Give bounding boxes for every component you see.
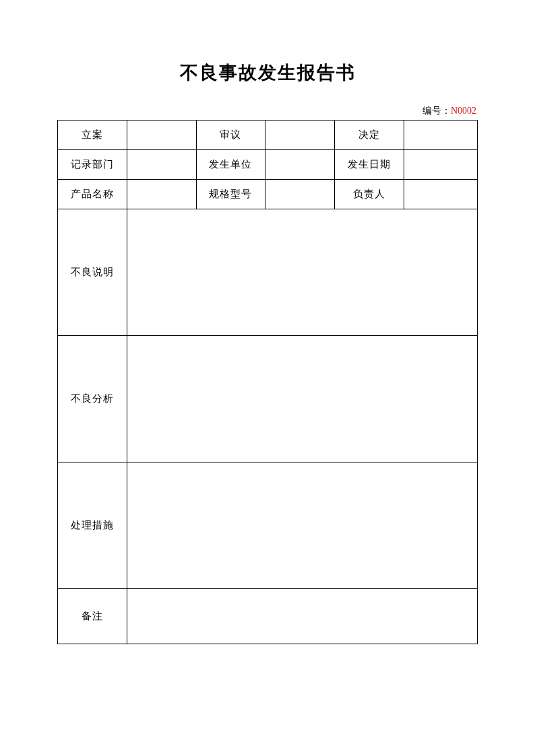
defect-desc-value[interactable]: [127, 209, 477, 336]
filing-value[interactable]: [127, 121, 196, 150]
occur-date-value[interactable]: [404, 150, 477, 180]
product-name-label: 产品名称: [58, 180, 127, 209]
measures-label: 处理措施: [58, 462, 127, 589]
report-form-table: 立案 审议 决定 记录部门 发生单位 发生日期 产品名称 规格型号 负责人 不良…: [57, 120, 478, 644]
defect-desc-label: 不良说明: [58, 209, 127, 336]
responsible-label: 负责人: [335, 180, 404, 209]
filing-label: 立案: [58, 121, 127, 150]
serial-number: N0002: [451, 106, 476, 116]
occur-date-label: 发生日期: [335, 150, 404, 180]
remarks-label: 备注: [58, 589, 127, 644]
serial-number-row: 编号：N0002: [57, 105, 478, 117]
occur-unit-label: 发生单位: [196, 150, 265, 180]
spec-model-label: 规格型号: [196, 180, 265, 209]
measures-value[interactable]: [127, 462, 477, 589]
decision-value[interactable]: [404, 121, 477, 150]
decision-label: 决定: [335, 121, 404, 150]
record-dept-value[interactable]: [127, 150, 196, 180]
occur-unit-value[interactable]: [265, 150, 335, 180]
document-title: 不良事故发生报告书: [57, 61, 478, 85]
spec-model-value[interactable]: [265, 180, 335, 209]
remarks-value[interactable]: [127, 589, 477, 644]
record-dept-label: 记录部门: [58, 150, 127, 180]
review-label: 审议: [196, 121, 265, 150]
review-value[interactable]: [265, 121, 335, 150]
defect-analysis-value[interactable]: [127, 336, 477, 462]
defect-analysis-label: 不良分析: [58, 336, 127, 462]
serial-label: 编号：: [422, 106, 451, 116]
product-name-value[interactable]: [127, 180, 196, 209]
responsible-value[interactable]: [404, 180, 477, 209]
